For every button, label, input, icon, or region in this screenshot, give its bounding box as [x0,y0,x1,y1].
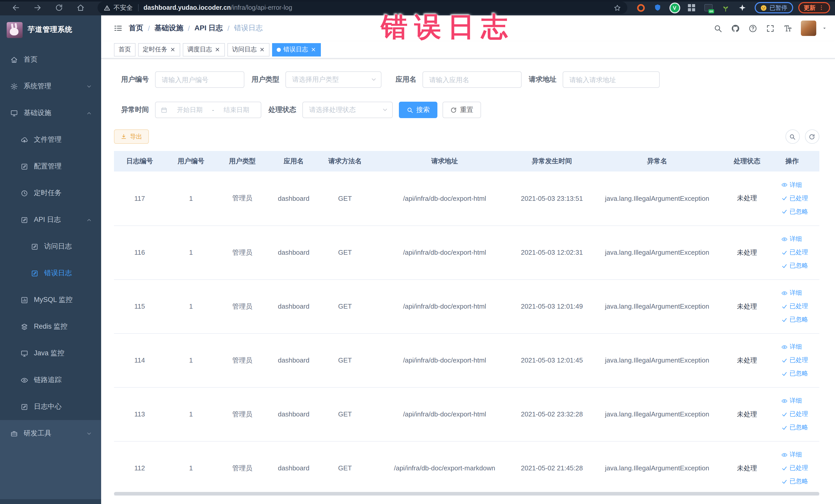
detail-link[interactable]: 详细 [781,288,802,297]
extension-puzzle-icon[interactable] [737,3,748,13]
processed-link[interactable]: 已处理 [781,302,808,311]
breadcrumb-item[interactable]: 首页 [129,24,143,33]
github-icon[interactable] [731,24,739,33]
user-id-input[interactable] [155,72,244,88]
browser-forward-icon[interactable] [33,4,42,12]
tag-close-icon[interactable] [259,47,265,53]
ignored-link[interactable]: 已忽略 [781,261,808,270]
bookmark-star-icon[interactable] [613,4,621,12]
detail-link[interactable]: 详细 [781,181,802,189]
sidebar-item-label: 文件管理 [34,135,62,144]
request-url-input[interactable] [563,72,660,88]
search-icon[interactable] [713,24,722,33]
detail-link[interactable]: 详细 [781,235,802,243]
ignored-link[interactable]: 已忽略 [781,369,808,378]
browser-home-icon[interactable] [77,4,85,12]
sidebar-item-12-eye[interactable]: 链路追踪 [0,367,101,394]
tag-active-dot [277,47,281,52]
tag-定时任务[interactable]: 定时任务 [138,43,180,56]
extension-v-icon[interactable]: V [669,3,680,13]
url-host: dashboard.yudao.iocoder.cn [143,4,231,11]
browser-menu-icon[interactable] [818,5,824,11]
cell-actions: 详细 已处理 已忽略 [765,225,819,279]
horizontal-scrollbar[interactable] [114,492,819,496]
breadcrumb-item[interactable]: 基础设施 [155,24,183,33]
tag-错误日志[interactable]: 错误日志 [272,43,321,56]
update-button[interactable]: 更新 [798,2,830,13]
cell-app-name: dashboard [268,441,319,495]
processed-link[interactable]: 已处理 [781,248,808,257]
export-button[interactable]: 导出 [114,129,149,144]
avatar-caret-icon[interactable] [822,26,827,31]
process-status-select[interactable]: 请选择处理状态 [302,102,393,118]
sidebar-item-2-monitor[interactable]: 基础设施 [0,100,101,126]
tag-close-icon[interactable] [215,47,220,53]
date-range-picker[interactable]: 开始日期 - 结束日期 [155,102,261,118]
edit-icon [31,269,39,277]
breadcrumb: 首页 / 基础设施 / API 日志 / 错误日志 [129,24,263,33]
sidebar-item-10-layers[interactable]: Redis 监控 [0,313,101,340]
processed-link[interactable]: 已处理 [781,464,808,472]
sidebar-item-4-edit[interactable]: 配置管理 [0,153,101,180]
user-avatar[interactable] [801,21,816,36]
processed-link[interactable]: 已处理 [781,356,808,365]
calendar-icon [161,106,167,113]
breadcrumb-item[interactable]: API 日志 [195,24,223,33]
cell-status: 未处理 [729,172,765,225]
browser-back-icon[interactable] [12,4,20,12]
address-bar[interactable]: 不安全 dashboard.yudao.iocoder.cn/infra/log… [98,2,627,14]
paused-badge[interactable]: 已暂停 [755,2,793,13]
check-icon [781,317,788,323]
cell-app-name: dashboard [268,172,319,225]
docs-question-icon[interactable] [748,24,757,33]
sidebar-item-5-clock[interactable]: 定时任务 [0,180,101,206]
sidebar-item-7-edit[interactable]: 访问日志 [0,233,101,260]
browser-reload-icon[interactable] [55,4,63,12]
refresh-table-button[interactable] [805,129,819,144]
processed-link[interactable]: 已处理 [781,194,808,203]
processed-link[interactable]: 已处理 [781,410,808,419]
app-name-input[interactable] [423,72,522,88]
cell-user-id: 1 [165,279,217,333]
sidebar-item-13-edit[interactable]: 日志中心 [0,394,101,420]
sidebar-item-11-monitor[interactable]: Java 监控 [0,340,101,367]
tag-调度日志[interactable]: 调度日志 [183,43,225,56]
extension-grid-icon[interactable] [686,3,697,13]
ignored-link[interactable]: 已忽略 [781,423,808,432]
extension-shield-icon[interactable] [652,3,663,13]
cell-user-type: 管理员 [217,172,268,225]
eye-icon [781,451,788,458]
cell-user-type: 管理员 [217,441,268,495]
tag-close-icon[interactable] [311,47,316,53]
tag-首页[interactable]: 首页 [114,43,136,56]
extension-ring-icon[interactable] [635,3,646,13]
sidebar-item-14-toolbox[interactable]: 研发工具 [0,420,101,447]
font-size-icon[interactable] [783,24,792,33]
detail-link[interactable]: 详细 [781,397,802,405]
reset-button[interactable]: 重置 [443,102,481,118]
sidebar-item-9-chart[interactable]: MySQL 监控 [0,286,101,313]
fullscreen-icon[interactable] [766,24,774,33]
detail-link[interactable]: 详细 [781,450,802,459]
detail-link[interactable]: 详细 [781,343,802,351]
ignored-link[interactable]: 已忽略 [781,315,808,324]
sidebar-item-0-home[interactable]: 首页 [0,46,101,73]
ignored-link[interactable]: 已忽略 [781,477,808,486]
extension-sprout-icon[interactable] [720,3,731,13]
ignored-link[interactable]: 已忽略 [781,207,808,216]
sidebar-logo[interactable]: 芋道管理系统 [0,15,101,44]
sidebar-item-1-gear[interactable]: 系统管理 [0,73,101,100]
sidebar-item-8-edit[interactable]: 错误日志 [0,260,101,286]
update-label: 更新 [804,4,815,12]
search-button[interactable]: 搜索 [399,102,437,118]
eye-icon [781,290,788,296]
extension-on-icon[interactable]: on [703,3,714,13]
hamburger-icon[interactable] [114,24,123,33]
sidebar-item-3-cloud[interactable]: 文件管理 [0,126,101,153]
tag-close-icon[interactable] [170,47,176,53]
toggle-search-button[interactable] [785,129,799,144]
sidebar-item-6-edit[interactable]: API 日志 [0,206,101,233]
tag-访问日志[interactable]: 访问日志 [227,43,269,56]
user-type-select[interactable]: 请选择用户类型 [285,72,382,88]
col-status: 处理状态 [729,151,765,172]
